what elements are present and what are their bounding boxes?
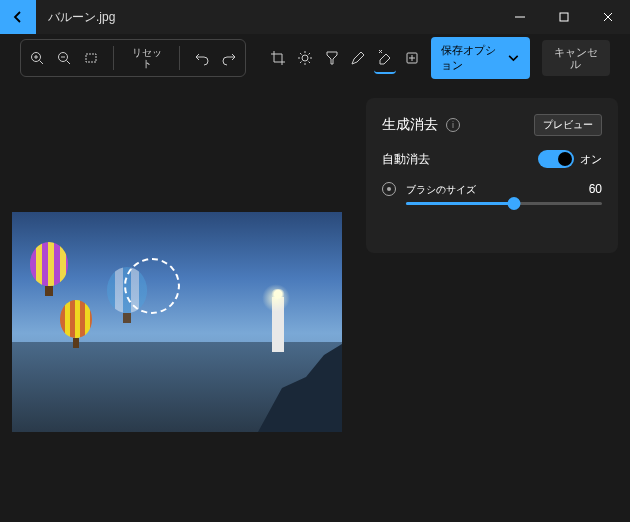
image-lighthouse-glow	[262, 284, 290, 312]
zoom-out-button[interactable]	[52, 42, 75, 74]
background-button[interactable]	[400, 42, 423, 74]
svg-line-17	[300, 62, 302, 64]
brush-size-value: 60	[589, 182, 602, 196]
crop-button[interactable]	[267, 42, 290, 74]
back-button[interactable]	[0, 0, 36, 34]
brightness-icon	[297, 50, 313, 66]
slider-thumb[interactable]	[507, 197, 520, 210]
svg-line-18	[308, 53, 310, 55]
sparkle-icon	[404, 50, 420, 66]
panel-title: 生成消去	[382, 116, 438, 134]
info-icon[interactable]: i	[446, 118, 460, 132]
zoom-in-button[interactable]	[25, 42, 48, 74]
slider-fill	[406, 202, 514, 205]
toggle-on-label: オン	[580, 152, 602, 167]
svg-line-16	[308, 62, 310, 64]
auto-erase-toggle[interactable]	[538, 150, 574, 168]
target-icon	[382, 182, 396, 196]
cancel-button[interactable]: キャンセル	[542, 40, 611, 76]
file-name: バルーン.jpg	[48, 9, 115, 26]
svg-line-3	[39, 61, 43, 65]
redo-icon	[221, 50, 237, 66]
undo-button[interactable]	[190, 42, 213, 74]
redo-button[interactable]	[218, 42, 241, 74]
svg-rect-9	[86, 54, 96, 62]
svg-line-7	[67, 61, 71, 65]
erase-panel: 生成消去 i プレビュー 自動消去 オン ブラシのサイズ 60	[366, 98, 618, 253]
toolbar: リセット 保存オプション キャンセル	[0, 34, 630, 82]
image-balloon-2	[60, 300, 92, 338]
main-area: 生成消去 i プレビュー 自動消去 オン ブラシのサイズ 60	[0, 82, 630, 522]
undo-icon	[194, 50, 210, 66]
save-label: 保存オプション	[441, 43, 503, 73]
selection-circle[interactable]	[124, 258, 180, 314]
preview-button[interactable]: プレビュー	[534, 114, 602, 136]
reset-button[interactable]: リセット	[124, 45, 169, 71]
svg-rect-1	[560, 13, 568, 21]
image-balloon-1	[30, 242, 68, 286]
brush-size-label: ブラシのサイズ	[406, 184, 476, 195]
minimize-icon	[512, 9, 528, 25]
erase-button[interactable]	[374, 42, 397, 74]
markup-button[interactable]	[347, 42, 370, 74]
arrow-left-icon	[10, 9, 26, 25]
close-icon	[600, 9, 616, 25]
svg-line-15	[300, 53, 302, 55]
svg-point-10	[302, 55, 308, 61]
fit-icon	[83, 50, 99, 66]
maximize-button[interactable]	[542, 0, 586, 34]
title-bar: バルーン.jpg	[0, 0, 630, 34]
brush-size-slider[interactable]	[406, 202, 602, 205]
separator	[179, 46, 180, 70]
zoom-in-icon	[29, 50, 45, 66]
close-button[interactable]	[586, 0, 630, 34]
chevron-down-icon	[507, 50, 520, 66]
auto-erase-label: 自動消去	[382, 151, 430, 168]
save-options-button[interactable]: 保存オプション	[431, 37, 530, 79]
fit-button[interactable]	[80, 42, 103, 74]
maximize-icon	[556, 9, 572, 25]
adjust-button[interactable]	[294, 42, 317, 74]
eraser-icon	[377, 49, 393, 65]
minimize-button[interactable]	[498, 0, 542, 34]
pencil-icon	[350, 50, 366, 66]
separator	[113, 46, 114, 70]
canvas-area[interactable]	[0, 82, 354, 522]
zoom-out-icon	[56, 50, 72, 66]
crop-icon	[270, 50, 286, 66]
image-preview[interactable]	[12, 212, 342, 432]
zoom-group: リセット	[20, 39, 246, 77]
filter-button[interactable]	[320, 42, 343, 74]
filter-icon	[324, 50, 340, 66]
